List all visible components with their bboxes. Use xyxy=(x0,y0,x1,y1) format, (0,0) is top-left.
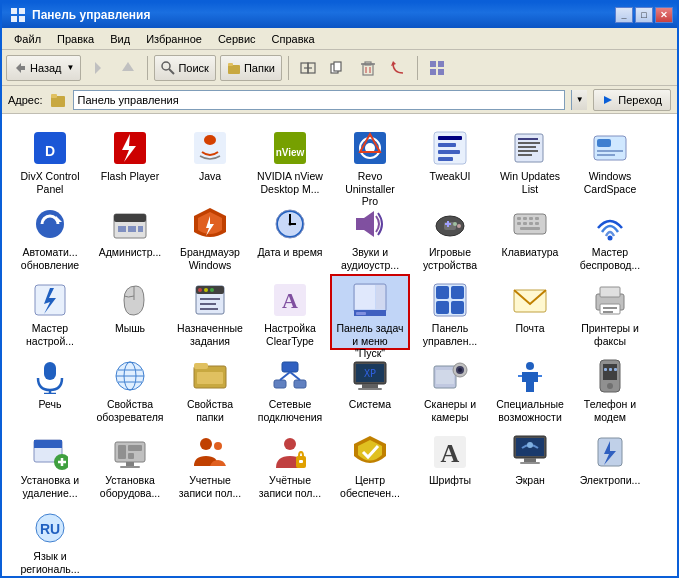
move-button[interactable] xyxy=(295,55,321,81)
svg-rect-139 xyxy=(436,370,454,384)
folders-icon xyxy=(227,61,241,75)
svg-rect-116 xyxy=(603,311,613,313)
list-item[interactable]: Win Updates List xyxy=(490,122,570,198)
address-input[interactable] xyxy=(78,94,561,106)
list-item[interactable]: Учетные записи пол... xyxy=(170,426,250,502)
icon-label: Панель управлен... xyxy=(416,322,484,347)
list-item[interactable]: Специальные возможности xyxy=(490,350,570,426)
fonts-icon: A xyxy=(432,434,468,470)
list-item[interactable]: Принтеры и факсы xyxy=(570,274,650,350)
svg-rect-3 xyxy=(19,16,25,22)
list-item[interactable]: Игровые устройства xyxy=(410,198,490,274)
folders-button[interactable]: Папки xyxy=(220,55,282,81)
svg-point-163 xyxy=(200,438,212,450)
svg-rect-1 xyxy=(19,8,25,14)
list-item[interactable]: A Шрифты xyxy=(410,426,490,502)
svg-rect-162 xyxy=(120,466,140,468)
list-item[interactable]: Java xyxy=(170,122,250,198)
svg-marker-6 xyxy=(95,62,101,74)
svg-rect-51 xyxy=(518,150,538,152)
svg-rect-147 xyxy=(603,364,617,380)
forward-button[interactable] xyxy=(85,55,111,81)
list-item[interactable]: Сетевые подключения xyxy=(250,350,330,426)
icon-label: Сетевые подключения xyxy=(256,398,324,423)
list-item[interactable]: Revo Uninstaller Pro xyxy=(330,122,410,198)
menu-view[interactable]: Вид xyxy=(102,31,138,47)
menu-edit[interactable]: Правка xyxy=(49,31,102,47)
list-item[interactable]: Дата и время xyxy=(250,198,330,274)
list-item[interactable]: Брандмауэр Windows xyxy=(170,198,250,274)
minimize-button[interactable]: _ xyxy=(615,7,633,23)
list-item[interactable]: D DivX Control Panel xyxy=(10,122,90,198)
speech-icon xyxy=(32,358,68,394)
list-item[interactable]: Речь xyxy=(10,350,90,426)
up-button[interactable] xyxy=(115,55,141,81)
list-item[interactable]: Звуки и аудиоустр... xyxy=(330,198,410,274)
address-label: Адрес: xyxy=(8,94,43,106)
list-item[interactable]: Панель задач и меню "Пуск" xyxy=(330,274,410,350)
tasks-icon xyxy=(192,282,228,318)
back-icon xyxy=(13,61,27,75)
list-item[interactable]: Телефон и модем xyxy=(570,350,650,426)
search-button[interactable]: Поиск xyxy=(154,55,215,81)
svg-rect-158 xyxy=(118,445,126,459)
maximize-button[interactable]: □ xyxy=(635,7,653,23)
icon-label: Мастер настрой... xyxy=(16,322,84,347)
back-button[interactable]: Назад ▼ xyxy=(6,55,81,81)
list-item[interactable]: Flash Player xyxy=(90,122,170,198)
list-item[interactable]: Мастер беспровод... xyxy=(570,198,650,274)
svg-rect-61 xyxy=(118,226,126,232)
svg-rect-77 xyxy=(445,223,451,225)
svg-point-142 xyxy=(458,368,462,372)
svg-text:A: A xyxy=(441,439,460,468)
icon-label: Мышь xyxy=(115,322,145,335)
icon-label: Язык и региональ... xyxy=(16,550,84,575)
views-button[interactable] xyxy=(424,55,450,81)
list-item[interactable]: Администр... xyxy=(90,198,170,274)
list-item[interactable]: Сканеры и камеры xyxy=(410,350,490,426)
list-item[interactable]: Центр обеспечен... xyxy=(330,426,410,502)
svg-point-74 xyxy=(453,222,457,226)
list-item[interactable]: Windows CardSpace xyxy=(570,122,650,198)
svg-rect-104 xyxy=(376,285,385,309)
list-item[interactable]: Свойства папки xyxy=(170,350,250,426)
go-button[interactable]: Переход xyxy=(593,89,671,111)
undo-icon xyxy=(389,59,407,77)
list-item[interactable]: Клавиатура xyxy=(490,198,570,274)
list-item[interactable]: Учётные записи пол... xyxy=(250,426,330,502)
svg-rect-50 xyxy=(518,146,536,148)
list-item[interactable]: Мастер настрой... xyxy=(10,274,90,350)
delete-button[interactable] xyxy=(355,55,381,81)
svg-point-88 xyxy=(608,236,613,241)
list-item[interactable]: Почта xyxy=(490,274,570,350)
list-item[interactable]: Назначенные задания xyxy=(170,274,250,350)
svg-rect-84 xyxy=(523,222,527,225)
menu-service[interactable]: Сервис xyxy=(210,31,264,47)
list-item[interactable]: XP Система xyxy=(330,350,410,426)
content-area: D DivX Control Panel Flash Player xyxy=(2,114,677,576)
copy-button[interactable] xyxy=(325,55,351,81)
list-item[interactable]: Экран xyxy=(490,426,570,502)
list-item[interactable]: A Настройка ClearType xyxy=(250,274,330,350)
list-item[interactable]: Автомати... обновление xyxy=(10,198,90,274)
menu-file[interactable]: Файл xyxy=(6,31,49,47)
svg-point-148 xyxy=(607,383,613,389)
address-bar: Адрес: ▼ Переход xyxy=(2,86,677,114)
list-item[interactable]: Панель управлен... xyxy=(410,274,490,350)
list-item[interactable]: Установка оборудова... xyxy=(90,426,170,502)
list-item[interactable]: nView NVIDIA nView Desktop M... xyxy=(250,122,330,198)
list-item[interactable]: Установка и удаление... xyxy=(10,426,90,502)
undo-button[interactable] xyxy=(385,55,411,81)
list-item[interactable]: TweakUI xyxy=(410,122,490,198)
address-dropdown[interactable]: ▼ xyxy=(571,90,587,110)
list-item[interactable]: Электропи... xyxy=(570,426,650,502)
svg-rect-159 xyxy=(128,445,142,451)
taskbar-icon xyxy=(352,282,388,318)
menu-favorites[interactable]: Избранное xyxy=(138,31,210,47)
svg-point-165 xyxy=(284,438,296,450)
list-item[interactable]: RU Язык и региональ... xyxy=(10,502,90,576)
list-item[interactable]: Свойства обозревателя xyxy=(90,350,170,426)
list-item[interactable]: Мышь xyxy=(90,274,170,350)
menu-help[interactable]: Справка xyxy=(264,31,323,47)
close-button[interactable]: ✕ xyxy=(655,7,673,23)
